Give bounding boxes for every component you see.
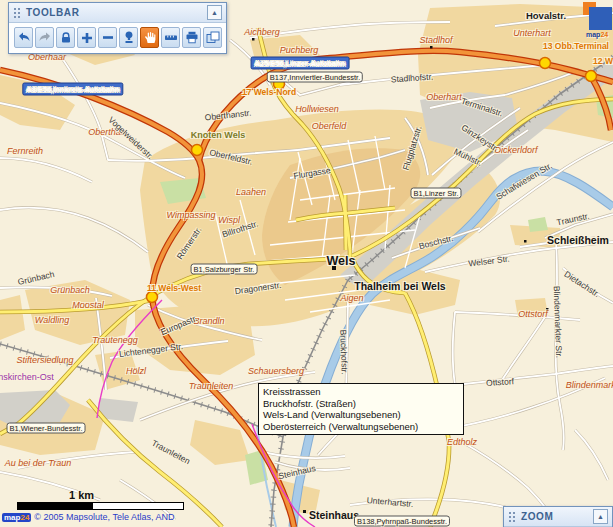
tooltip-line: Kreisstrassen xyxy=(263,386,459,398)
drag-grip-icon[interactable] xyxy=(13,7,21,18)
scale-label: 1 km xyxy=(69,489,184,501)
undo-icon xyxy=(17,31,31,44)
undo-button[interactable] xyxy=(14,27,33,48)
toolbar-collapse-button[interactable]: ▲ xyxy=(207,5,222,20)
overview-button[interactable] xyxy=(203,27,222,48)
measure-icon xyxy=(164,31,178,44)
zoom-collapse-button[interactable]: ▲ xyxy=(593,509,608,524)
scale-segment-dark xyxy=(18,503,92,509)
logo-wordmark: map24 xyxy=(586,31,608,38)
zoom-panel-header[interactable]: ZOOM ▲ xyxy=(504,507,612,527)
attribution: map24 © 2005 Mapsolute, Tele Atlas, AND xyxy=(2,512,174,522)
map-tooltip: KreisstrassenBruckhofstr. (Straßen)Wels-… xyxy=(258,383,464,435)
poi-pin-icon xyxy=(122,31,136,44)
redo-icon xyxy=(38,31,52,44)
map-canvas[interactable] xyxy=(0,0,613,527)
redo-button[interactable] xyxy=(35,27,54,48)
zoom-out-icon xyxy=(101,31,115,44)
tooltip-line: Oberösterreich (Verwaltungsebenen) xyxy=(263,421,459,433)
zoom-in-button[interactable] xyxy=(77,27,96,48)
measure-button[interactable] xyxy=(161,27,180,48)
toolbar-panel: TOOLBAR ▲ xyxy=(8,2,227,54)
zoom-panel-title: ZOOM xyxy=(521,511,588,522)
copyright-text: © 2005 Mapsolute, Tele Atlas, AND xyxy=(34,512,174,522)
toolbar-header[interactable]: TOOLBAR ▲ xyxy=(9,3,226,23)
pan-hand-button[interactable] xyxy=(140,27,159,48)
tooltip-line: Wels-Land (Verwaltungsebenen) xyxy=(263,409,459,421)
tooltip-line: Bruckhofstr. (Straßen) xyxy=(263,398,459,410)
overview-icon xyxy=(206,31,220,44)
scale-bar xyxy=(17,502,184,510)
print-button[interactable] xyxy=(182,27,201,48)
pan-hand-icon xyxy=(143,31,157,44)
scale-bar-widget: 1 km xyxy=(17,489,184,510)
zoom-out-button[interactable] xyxy=(98,27,117,48)
map24-viewport: AichbergPuchbergOberhaarOberthanFernreit… xyxy=(0,0,613,527)
zoom-in-icon xyxy=(80,31,94,44)
zoom-panel: ZOOM ▲ xyxy=(503,506,613,527)
toolbar-buttons xyxy=(9,23,226,53)
scale-segment-light xyxy=(92,503,183,509)
toolbar-title: TOOLBAR xyxy=(26,7,202,18)
lock-icon xyxy=(59,31,73,44)
drag-grip-icon[interactable] xyxy=(508,511,516,522)
poi-pin-button[interactable] xyxy=(119,27,138,48)
map24-logo-small: map24 xyxy=(2,513,31,522)
map24-logo[interactable]: map24 xyxy=(578,0,613,42)
lock-button[interactable] xyxy=(56,27,75,48)
logo-blue-square xyxy=(589,7,612,30)
print-icon xyxy=(185,31,199,44)
